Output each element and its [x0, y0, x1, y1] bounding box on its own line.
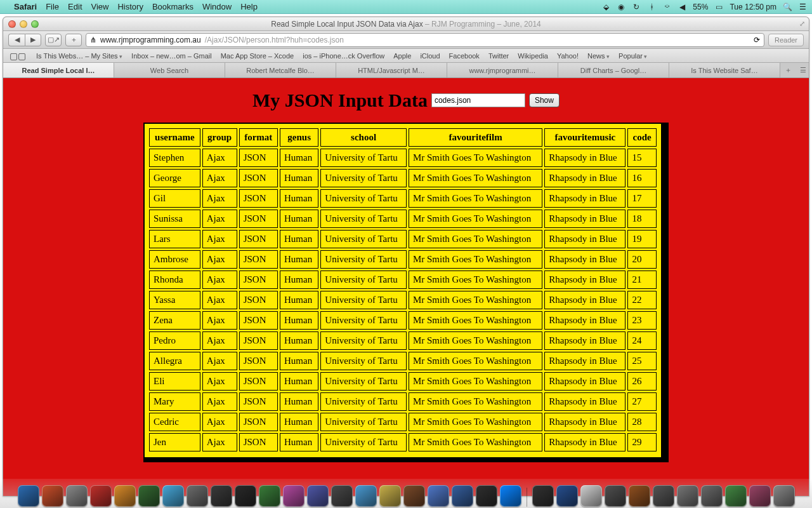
accessibility-icon[interactable]: ◉ [617, 3, 625, 11]
column-header: format [239, 128, 278, 147]
bookmarks-menu-icon[interactable]: ▢▢ [10, 51, 26, 61]
bookmark-item[interactable]: Inbox – new…om – Gmail [131, 52, 212, 60]
dock-app-icon[interactable] [677, 485, 698, 507]
reader-button[interactable]: Reader [768, 34, 804, 46]
menu-file[interactable]: File [46, 2, 59, 11]
dock-app-icon[interactable] [138, 485, 160, 507]
bookmark-item[interactable]: Yahoo! [557, 52, 579, 60]
menu-history[interactable]: History [117, 2, 143, 11]
show-button[interactable]: Show [529, 93, 560, 107]
dock-app-icon[interactable] [403, 485, 425, 507]
wifi-icon[interactable]: ⌔ [662, 3, 671, 11]
dock-app-icon[interactable] [211, 485, 232, 507]
bookmark-item[interactable]: Is This Webs… – My Sites [36, 52, 122, 60]
battery-icon[interactable]: ▭ [714, 3, 723, 11]
dock-app-icon[interactable] [428, 485, 449, 507]
dock-app-icon[interactable] [701, 485, 723, 507]
column-header: genus [280, 128, 318, 147]
bookmark-item[interactable]: Wikipedia [518, 52, 548, 60]
dock-app-icon[interactable] [580, 485, 602, 507]
notification-icon[interactable]: ☰ [798, 3, 807, 11]
menu-edit[interactable]: Edit [68, 2, 82, 11]
data-table: usernamegroupformatgenusschoolfavouritef… [147, 126, 658, 453]
menu-view[interactable]: View [91, 2, 109, 11]
browser-tab[interactable]: HTML/Javascript M… [336, 63, 447, 77]
table-cell: Mr Smith Goes To Washington [409, 331, 542, 350]
dock-app-icon[interactable] [653, 485, 674, 507]
bookmark-item[interactable]: News [587, 52, 610, 60]
bookmark-item[interactable]: Facebook [449, 52, 480, 60]
dock-app-icon[interactable] [532, 485, 554, 507]
dock-app-icon[interactable] [355, 485, 377, 507]
dock-app-icon[interactable] [749, 485, 771, 507]
table-cell: 20 [627, 250, 657, 269]
browser-tab[interactable]: Diff Charts – Googl… [558, 63, 669, 77]
fullscreen-icon[interactable]: ⤢ [799, 20, 805, 28]
dock-app-icon[interactable] [90, 485, 112, 507]
dock-app-icon[interactable] [725, 485, 747, 507]
window-titlebar[interactable]: Read Simple Local Input JSON Data via Aj… [3, 17, 809, 31]
dock-app-icon[interactable] [629, 485, 650, 507]
dock-app-icon[interactable] [66, 485, 88, 507]
table-cell: Ajax [202, 331, 237, 350]
forward-button[interactable]: ▶ [25, 34, 41, 46]
minimize-window-icon[interactable] [20, 20, 27, 28]
reload-icon[interactable]: ⟳ [754, 36, 760, 44]
bookmark-item[interactable]: ios – iPhone…ck Overflow [303, 52, 384, 60]
zoom-window-icon[interactable] [31, 20, 39, 28]
table-cell: Ajax [202, 189, 237, 208]
close-window-icon[interactable] [8, 20, 16, 28]
address-bar[interactable]: ⋔ www.rjmprogramming.com.au/Ajax/JSON/pe… [86, 33, 764, 47]
table-cell: Mr Smith Goes To Washington [409, 291, 542, 309]
timemachine-icon[interactable]: ↻ [632, 3, 641, 11]
spotlight-icon[interactable]: 🔍 [783, 3, 792, 11]
dock-app-icon[interactable] [18, 485, 39, 507]
json-filename-input[interactable] [431, 93, 525, 107]
dock-app-icon[interactable] [556, 485, 578, 507]
dock-app-icon[interactable] [307, 485, 329, 507]
dock-app-icon[interactable] [259, 485, 280, 507]
browser-tab[interactable]: www.rjmprogrammi… [447, 63, 558, 77]
menubar-app[interactable]: Safari [14, 2, 37, 11]
dock-app-icon[interactable] [773, 485, 795, 507]
table-cell: JSON [239, 250, 278, 269]
add-bookmark-button[interactable]: ＋ [65, 34, 82, 46]
table-cell: Ajax [202, 433, 237, 451]
menu-bookmarks[interactable]: Bookmarks [152, 2, 193, 11]
dock-app-icon[interactable] [114, 485, 136, 507]
dock-app-icon[interactable] [500, 485, 521, 507]
browser-tab[interactable]: Robert Metcalfe Blo… [225, 63, 336, 77]
bookmark-item[interactable]: Apple [393, 52, 411, 60]
dock-app-icon[interactable] [331, 485, 353, 507]
dropbox-icon[interactable]: ⬙ [601, 3, 610, 11]
battery-percent[interactable]: 55% [693, 3, 708, 11]
dock-app-icon[interactable] [379, 485, 401, 507]
table-row: ZenaAjaxJSONHumanUniversity of TartuMr S… [149, 311, 657, 330]
share-button[interactable]: ▢↗ [45, 34, 62, 46]
dock-app-icon[interactable] [452, 485, 473, 507]
dock-app-icon[interactable] [283, 485, 304, 507]
table-cell: Mr Smith Goes To Washington [409, 149, 542, 167]
browser-tab[interactable]: Read Simple Local I… [3, 63, 114, 77]
menu-window[interactable]: Window [202, 2, 232, 11]
dock-app-icon[interactable] [162, 485, 184, 507]
bluetooth-icon[interactable]: ᚼ [647, 3, 656, 11]
bookmark-item[interactable]: iCloud [420, 52, 440, 60]
bookmark-item[interactable]: Twitter [488, 52, 509, 60]
back-button[interactable]: ◀ [8, 34, 25, 46]
menubar-clock[interactable]: Tue 12:50 pm [730, 3, 776, 11]
browser-tab[interactable]: Web Search [114, 63, 225, 77]
bookmark-item[interactable]: Mac App Store – Xcode [221, 52, 294, 60]
browser-tab[interactable]: Is This Website Saf… [669, 63, 780, 77]
dock-app-icon[interactable] [187, 485, 208, 507]
new-tab-button[interactable]: ＋ [780, 63, 796, 77]
table-cell: Jen [149, 433, 200, 451]
bookmark-item[interactable]: Popular [619, 52, 647, 60]
dock-app-icon[interactable] [476, 485, 497, 507]
tab-overview-button[interactable]: ☰ [796, 63, 811, 77]
volume-icon[interactable]: ◀ [678, 3, 686, 11]
dock-app-icon[interactable] [605, 485, 626, 507]
dock-app-icon[interactable] [42, 485, 63, 507]
menu-help[interactable]: Help [240, 2, 258, 11]
dock-app-icon[interactable] [235, 485, 256, 507]
